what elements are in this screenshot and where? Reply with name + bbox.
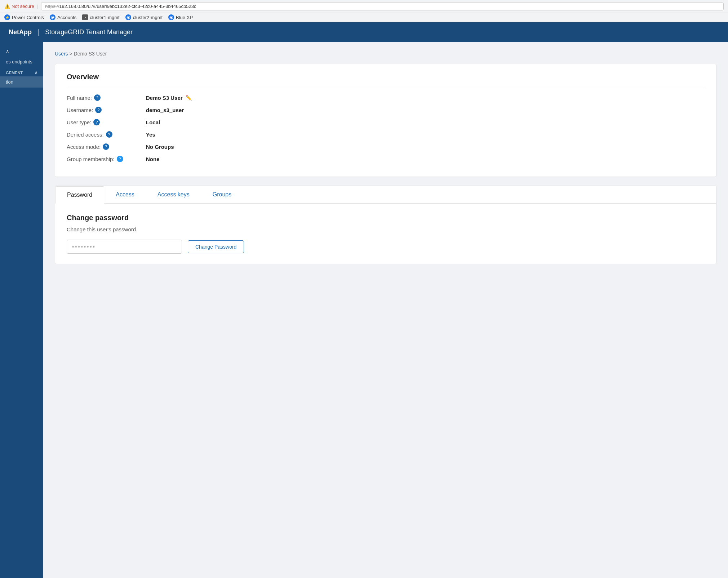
breadcrumb-current: Demo S3 User <box>74 51 107 57</box>
not-secure-label: Not secure <box>12 4 34 9</box>
fullname-edit-icon[interactable]: ✏️ <box>186 95 192 101</box>
breadcrumb-parent-link[interactable]: Users <box>55 51 68 57</box>
tab-password-label: Password <box>67 192 92 198</box>
overview-row-access-mode: Access mode: ? No Groups <box>67 143 705 150</box>
username-value: demo_s3_user <box>146 107 184 113</box>
app-title: StorageGRID Tenant Manager <box>45 28 133 36</box>
overview-value-group-membership: None <box>146 156 160 162</box>
breadcrumb-separator: > <box>69 51 74 57</box>
sidebar-management-toggle-icon: ∧ <box>35 70 37 75</box>
accounts-icon: ◉ <box>50 14 56 20</box>
bookmarks-bar: ⚡ Power Controls ◉ Accounts ▪ cluster1-m… <box>0 13 728 22</box>
tabs-section: Password Access Access keys Groups Chang… <box>55 186 716 264</box>
bookmark-power-controls[interactable]: ⚡ Power Controls <box>4 14 44 20</box>
bookmark-cluster1-mgmt-label: cluster1-mgmt <box>90 15 119 20</box>
overview-row-fullname: Full name: ? Demo S3 User ✏️ <box>67 94 705 101</box>
bookmark-blue-xp-label: Blue XP <box>176 15 193 20</box>
fullname-help-icon[interactable]: ? <box>94 94 101 101</box>
bookmark-accounts-label: Accounts <box>57 15 76 20</box>
sidebar-item-endpoints[interactable]: es endpoints <box>0 57 43 67</box>
overview-denied-access-text: Denied access: <box>67 132 104 138</box>
sidebar-collapse-toggle[interactable]: ∧ <box>0 46 43 57</box>
overview-label-fullname: Full name: ? <box>67 94 146 101</box>
url-bar[interactable]: https://192.168.0.80/ui/#/users/ebc132e2… <box>41 2 724 10</box>
overview-fullname-text: Full name: <box>67 95 92 101</box>
tab-access-label: Access <box>116 191 134 197</box>
tab-groups-label: Groups <box>213 191 231 197</box>
collapse-icon: ∧ <box>6 49 9 54</box>
brand-logo: NetApp <box>9 28 32 36</box>
overview-title: Overview <box>67 73 705 87</box>
bookmark-cluster2-mgmt-label: cluster2-mgmt <box>133 15 163 20</box>
url-strikethrough: https:// <box>45 4 59 9</box>
group-membership-value: None <box>146 156 160 162</box>
tab-access-keys-label: Access keys <box>157 191 190 197</box>
bookmark-power-controls-label: Power Controls <box>12 15 44 20</box>
bookmark-cluster1-mgmt[interactable]: ▪ cluster1-mgmt <box>82 14 119 20</box>
overview-label-username: Username: ? <box>67 107 146 113</box>
bookmark-cluster2-mgmt[interactable]: ◉ cluster2-mgmt <box>125 14 163 20</box>
not-secure-indicator: ⚠️ Not secure <box>4 4 34 9</box>
access-mode-value: No Groups <box>146 144 174 150</box>
sidebar-active-label: tion <box>6 79 13 85</box>
denied-access-value: Yes <box>146 132 155 138</box>
overview-value-username: demo_s3_user <box>146 107 184 113</box>
overview-label-group-membership: Group membership: ? <box>67 156 146 162</box>
sidebar-item-active[interactable]: tion <box>0 76 43 88</box>
overview-value-access-mode: No Groups <box>146 144 174 150</box>
change-password-title: Change password <box>67 214 705 222</box>
cluster1-mgmt-icon: ▪ <box>82 14 88 20</box>
url-path: 192.168.0.80/ui/#/users/ebc132e2-cfc3-42… <box>59 4 196 9</box>
header-divider: | <box>37 28 39 36</box>
overview-label-denied-access: Denied access: ? <box>67 131 146 138</box>
denied-access-help-icon[interactable]: ? <box>106 131 112 138</box>
password-row: Change Password <box>67 240 705 254</box>
sidebar-endpoints-label: es endpoints <box>6 59 32 65</box>
overview-label-usertype: User type: ? <box>67 119 146 125</box>
password-input[interactable] <box>67 240 182 254</box>
tab-groups[interactable]: Groups <box>201 186 243 204</box>
app-header: NetApp | StorageGRID Tenant Manager <box>0 22 728 42</box>
overview-card: Overview Full name: ? Demo S3 User ✏️ Us… <box>55 64 716 177</box>
browser-bar: ⚠️ Not secure | https://192.168.0.80/ui/… <box>0 0 728 13</box>
tab-access[interactable]: Access <box>104 186 146 204</box>
usertype-help-icon[interactable]: ? <box>93 119 100 125</box>
sidebar-management-header[interactable]: GEMENT ∧ <box>0 67 43 76</box>
cluster2-mgmt-icon: ◉ <box>125 14 131 20</box>
overview-row-group-membership: Group membership: ? None <box>67 156 705 162</box>
bookmark-accounts[interactable]: ◉ Accounts <box>50 14 76 20</box>
fullname-value: Demo S3 User <box>146 95 183 101</box>
content-area: Users > Demo S3 User Overview Full name:… <box>43 42 728 578</box>
overview-value-usertype: Local <box>146 119 160 125</box>
group-membership-help-icon[interactable]: ? <box>117 156 123 162</box>
overview-group-membership-text: Group membership: <box>67 156 115 162</box>
overview-row-denied-access: Denied access: ? Yes <box>67 131 705 138</box>
overview-value-fullname: Demo S3 User ✏️ <box>146 95 192 101</box>
tab-password[interactable]: Password <box>55 186 104 204</box>
power-controls-icon: ⚡ <box>4 14 10 20</box>
breadcrumb: Users > Demo S3 User <box>55 51 716 57</box>
sidebar-management-label: GEMENT <box>6 71 23 75</box>
overview-row-username: Username: ? demo_s3_user <box>67 107 705 113</box>
tab-access-keys[interactable]: Access keys <box>146 186 201 204</box>
overview-usertype-text: User type: <box>67 119 91 125</box>
overview-username-text: Username: <box>67 107 93 113</box>
overview-row-usertype: User type: ? Local <box>67 119 705 125</box>
tabs-header: Password Access Access keys Groups <box>55 186 716 204</box>
usertype-value: Local <box>146 119 160 125</box>
url-separator: | <box>37 4 38 9</box>
username-help-icon[interactable]: ? <box>95 107 102 113</box>
blue-xp-icon: ◉ <box>168 14 174 20</box>
overview-label-access-mode: Access mode: ? <box>67 143 146 150</box>
warning-icon: ⚠️ <box>4 4 10 9</box>
access-mode-help-icon[interactable]: ? <box>103 143 109 150</box>
sidebar: ∧ es endpoints GEMENT ∧ tion <box>0 42 43 578</box>
main-layout: ∧ es endpoints GEMENT ∧ tion Users > Dem… <box>0 42 728 578</box>
tab-content-password: Change password Change this user's passw… <box>55 204 716 264</box>
change-password-button[interactable]: Change Password <box>188 240 244 253</box>
overview-value-denied-access: Yes <box>146 132 155 138</box>
change-password-description: Change this user's password. <box>67 226 705 232</box>
bookmark-blue-xp[interactable]: ◉ Blue XP <box>168 14 193 20</box>
overview-access-mode-text: Access mode: <box>67 144 101 150</box>
